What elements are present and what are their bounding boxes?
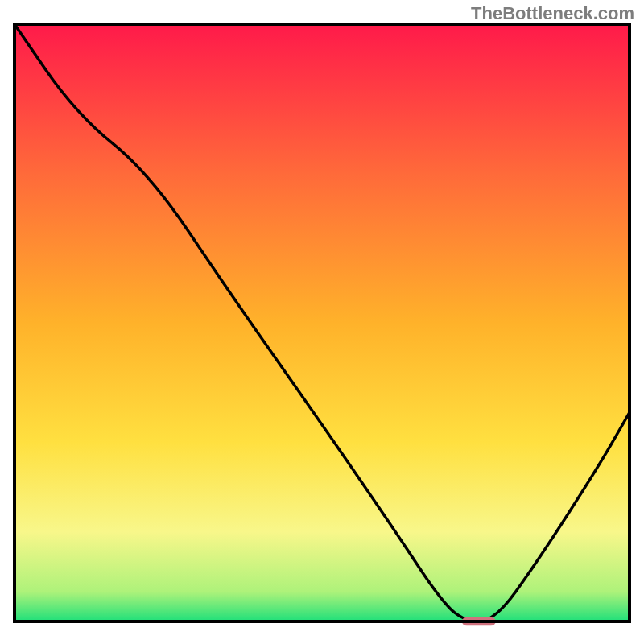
bottleneck-chart	[0, 0, 644, 644]
plot-background	[14, 24, 630, 621]
chart-container: TheBottleneck.com	[0, 0, 644, 644]
watermark-text: TheBottleneck.com	[471, 3, 634, 24]
